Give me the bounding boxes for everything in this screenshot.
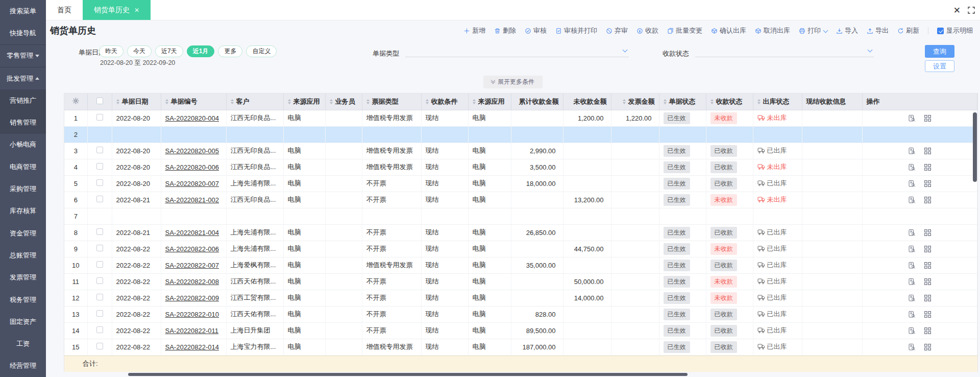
export-button[interactable]: 导出 bbox=[867, 26, 889, 35]
doc-no-link[interactable]: SA-20220822-008 bbox=[165, 278, 219, 286]
date-pill-custom[interactable]: 自定义 bbox=[246, 45, 277, 57]
doc-no-link[interactable]: SA-20220820-005 bbox=[165, 147, 219, 155]
show-detail-checkbox[interactable]: 显示明细 bbox=[937, 26, 973, 35]
audit-print-button[interactable]: 审核并打印 bbox=[555, 26, 597, 35]
select-all-checkbox[interactable] bbox=[96, 98, 103, 104]
confirm-outbound-button[interactable]: 确认出库 bbox=[711, 26, 746, 35]
linked-query-icon[interactable] bbox=[908, 278, 916, 286]
linked-query-icon[interactable] bbox=[908, 343, 916, 351]
table-row[interactable]: 7 bbox=[64, 208, 977, 224]
column-settings-header[interactable] bbox=[64, 93, 87, 110]
table-row[interactable]: 142022-08-22SA-20220822-011上海日升集团电脑不开票现结… bbox=[64, 322, 977, 339]
delete-button[interactable]: 删除 bbox=[494, 26, 516, 35]
more-actions-icon[interactable] bbox=[924, 196, 932, 204]
add-button[interactable]: 新增 bbox=[463, 26, 485, 35]
table-row[interactable]: 52022-08-20SA-20220820-007上海先浦有限...电脑不开票… bbox=[64, 175, 977, 192]
more-actions-icon[interactable] bbox=[924, 294, 932, 302]
more-actions-icon[interactable] bbox=[924, 311, 932, 318]
row-checkbox[interactable] bbox=[96, 277, 103, 284]
date-pill-last-1-month[interactable]: 近1月 bbox=[187, 45, 215, 57]
linked-query-icon[interactable] bbox=[908, 262, 916, 269]
payment-status-select[interactable] bbox=[695, 44, 874, 57]
column-header-outbound_status[interactable]: 出库状态 bbox=[753, 93, 802, 110]
row-checkbox[interactable] bbox=[96, 147, 103, 153]
date-pill-yesterday[interactable]: 昨天 bbox=[99, 45, 124, 57]
query-button[interactable]: 查询 bbox=[925, 45, 954, 58]
column-header-invoice_amount[interactable]: 发票金额 bbox=[611, 93, 659, 110]
sidebar-item-payroll[interactable]: 工资 bbox=[0, 333, 46, 355]
linked-query-icon[interactable] bbox=[908, 294, 916, 302]
receive-payment-button[interactable]: 收款 bbox=[636, 26, 658, 35]
doc-no-link[interactable]: SA-20220822-010 bbox=[165, 311, 219, 318]
close-tab-icon[interactable]: ✕ bbox=[134, 7, 139, 14]
more-actions-icon[interactable] bbox=[924, 180, 932, 187]
table-row[interactable]: 112022-08-22SA-20220822-008江西天佑有限...电脑不开… bbox=[64, 273, 977, 290]
sidebar-item-fixed-assets[interactable]: 固定资产 bbox=[0, 311, 46, 333]
close-window-icon[interactable]: ✕ bbox=[953, 6, 961, 15]
row-checkbox[interactable] bbox=[96, 294, 103, 300]
column-header-receipt_status[interactable]: 收款状态 bbox=[706, 93, 753, 110]
table-row[interactable]: 152022-08-22SA-20220822-014上海宝力有限...电脑增值… bbox=[64, 339, 977, 355]
doc-no-link[interactable]: SA-20220822-007 bbox=[165, 262, 219, 269]
more-actions-icon[interactable] bbox=[924, 163, 932, 171]
more-actions-icon[interactable] bbox=[924, 327, 932, 335]
table-row[interactable]: 32022-08-20SA-20220820-005江西无印良品...电脑增值税… bbox=[64, 143, 977, 159]
sidebar-item-funds-mgmt[interactable]: 资金管理 bbox=[0, 222, 46, 244]
sidebar-item-wholesale-mgmt[interactable]: 批发管理 bbox=[0, 67, 46, 89]
doc-no-link[interactable]: SA-20220822-014 bbox=[165, 343, 219, 351]
doc-type-select[interactable] bbox=[405, 44, 629, 57]
row-checkbox[interactable] bbox=[96, 228, 103, 235]
row-checkbox[interactable] bbox=[96, 179, 103, 186]
batch-change-button[interactable]: 批量变更 bbox=[667, 26, 702, 35]
date-pill-last-7-days[interactable]: 近7天 bbox=[155, 45, 183, 57]
date-pill-today[interactable]: 今天 bbox=[127, 45, 152, 57]
column-header-doc_status[interactable]: 单据状态 bbox=[659, 93, 706, 110]
sidebar-item-quick-nav[interactable]: 快捷导航 bbox=[0, 22, 46, 44]
date-pill-more[interactable]: 更多 bbox=[218, 45, 242, 57]
sidebar-item-purchase-mgmt[interactable]: 采购管理 bbox=[0, 178, 46, 200]
linked-query-icon[interactable] bbox=[908, 180, 916, 187]
refresh-button[interactable]: 刷新 bbox=[897, 26, 919, 35]
row-checkbox[interactable] bbox=[96, 343, 103, 349]
linked-query-icon[interactable] bbox=[908, 245, 916, 253]
sidebar-item-retail-mgmt[interactable]: 零售管理 bbox=[0, 44, 46, 67]
row-checkbox[interactable] bbox=[96, 261, 103, 268]
sidebar-item-marketing-promo[interactable]: 营销推广 bbox=[0, 89, 46, 111]
doc-no-link[interactable]: SA-20220821-002 bbox=[165, 196, 219, 204]
abandon-audit-button[interactable]: 弃审 bbox=[606, 26, 628, 35]
sidebar-item-search-menu[interactable]: 搜索菜单 bbox=[0, 0, 46, 22]
expand-more-conditions-button[interactable]: 展开更多条件 bbox=[483, 76, 543, 88]
linked-query-icon[interactable] bbox=[908, 114, 916, 122]
doc-no-link[interactable]: SA-20220822-006 bbox=[165, 245, 219, 253]
row-checkbox[interactable] bbox=[96, 114, 103, 121]
more-actions-icon[interactable] bbox=[924, 147, 932, 155]
linked-query-icon[interactable] bbox=[908, 196, 916, 204]
tab-home[interactable]: 首页 bbox=[46, 0, 83, 20]
doc-no-link[interactable]: SA-20220820-006 bbox=[165, 163, 219, 171]
more-actions-icon[interactable] bbox=[924, 262, 932, 269]
fullscreen-icon[interactable] bbox=[968, 7, 975, 14]
horizontal-scrollbar-thumb[interactable] bbox=[128, 373, 688, 376]
column-header-source_app[interactable]: 来源应用 bbox=[283, 93, 325, 110]
more-actions-icon[interactable] bbox=[924, 278, 932, 286]
column-header-invoice_type[interactable]: 票据类型 bbox=[362, 93, 421, 110]
table-row[interactable]: 92022-08-22SA-20220822-006上海先浦有限...电脑不开票… bbox=[64, 241, 977, 257]
tab-sales-order-history[interactable]: 销货单历史✕ bbox=[83, 0, 151, 20]
audit-button[interactable]: 审核 bbox=[525, 26, 547, 35]
linked-query-icon[interactable] bbox=[908, 229, 916, 237]
sidebar-item-xiaochang-ecommerce[interactable]: 小畅电商 bbox=[0, 134, 46, 156]
doc-no-link[interactable]: SA-20220820-007 bbox=[165, 180, 219, 187]
more-actions-icon[interactable] bbox=[924, 229, 932, 237]
linked-query-icon[interactable] bbox=[908, 327, 916, 335]
column-header-check[interactable] bbox=[87, 93, 112, 110]
print-button[interactable]: 打印 bbox=[799, 26, 827, 35]
sidebar-item-sales-mgmt[interactable]: 销售管理 bbox=[0, 111, 46, 133]
row-checkbox[interactable] bbox=[96, 310, 103, 317]
table-row[interactable]: 42022-08-20SA-20220820-006江西无印良品...电脑增值税… bbox=[64, 159, 977, 175]
import-button[interactable]: 导入 bbox=[836, 26, 858, 35]
table-row[interactable]: 102022-08-22SA-20220822-007上海爱枫有限...电脑增值… bbox=[64, 257, 977, 273]
column-header-doc_no[interactable]: 单据编号 bbox=[161, 93, 226, 110]
column-header-customer[interactable]: 客户 bbox=[226, 93, 283, 110]
sidebar-item-operations-mgmt[interactable]: 经营管理 bbox=[0, 355, 46, 377]
linked-query-icon[interactable] bbox=[908, 311, 916, 318]
